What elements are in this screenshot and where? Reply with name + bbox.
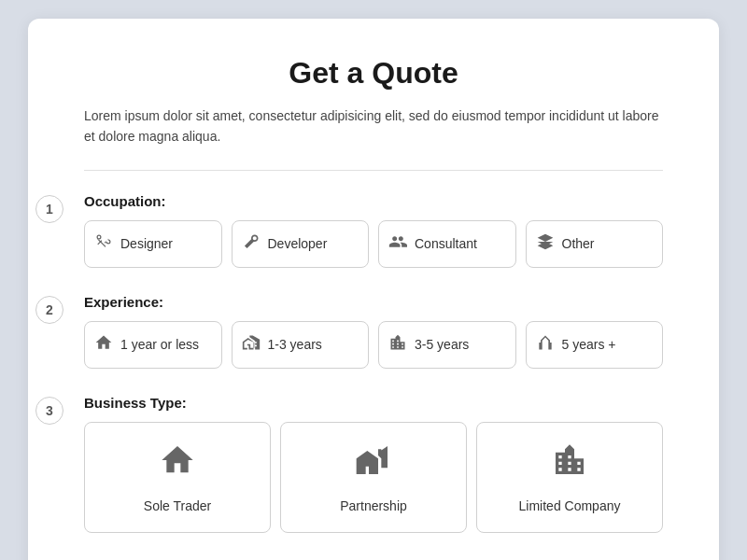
consultant-label: Consultant [415, 236, 477, 251]
other-label: Other [562, 236, 595, 251]
page-title: Get a Quote [84, 56, 663, 91]
section-experience: 2 Experience: 1 year or less 1-3 years [84, 294, 663, 369]
sole-trader-text: Sole Trader [144, 498, 211, 513]
partnership-text: Partnership [340, 498, 407, 513]
scissors-icon [94, 232, 113, 256]
house-icon-limited [551, 441, 588, 487]
experience-5years[interactable]: 5 years + [526, 321, 664, 369]
limited-company-text: Limited Company [519, 498, 621, 513]
occupation-designer[interactable]: Designer [84, 220, 222, 268]
experience-options: 1 year or less 1-3 years 3-5 years [84, 321, 663, 369]
experience-1year[interactable]: 1 year or less [84, 321, 222, 369]
experience-1-3years[interactable]: 1-3 years [232, 321, 370, 369]
step-number-2: 2 [35, 296, 63, 324]
3-5years-label: 3-5 years [415, 337, 469, 352]
occupation-options: Designer Developer Consultant [84, 220, 663, 268]
developer-label: Developer [268, 236, 328, 251]
wrench-icon [242, 232, 261, 256]
occupation-other[interactable]: Other [526, 220, 664, 268]
5years-label: 5 years + [562, 337, 616, 352]
building-large-icon [388, 333, 407, 357]
business-type-options: Sole Trader Partnership Limited Company [84, 422, 663, 533]
section-business-type: 3 Business Type: Sole Trader Partnership [84, 395, 663, 533]
1-3years-label: 1-3 years [268, 337, 322, 352]
designer-label: Designer [120, 236, 173, 251]
business-limited-company[interactable]: Limited Company [476, 422, 663, 533]
building-xlarge-icon [536, 333, 555, 357]
step-number-1: 1 [35, 195, 63, 223]
occupation-consultant[interactable]: Consultant [378, 220, 516, 268]
business-type-label: Business Type: [84, 395, 663, 411]
section-occupation: 1 Occupation: Designer Developer [84, 193, 663, 268]
house-icon-sole [159, 441, 196, 487]
layers-icon [536, 232, 555, 256]
building-small-icon [94, 333, 113, 357]
house-icon-partnership [355, 441, 392, 487]
building-medium-icon [242, 333, 261, 357]
users-icon [388, 232, 407, 256]
quote-card: Get a Quote Lorem ipsum dolor sit amet, … [28, 19, 719, 560]
business-sole-trader[interactable]: Sole Trader [84, 422, 271, 533]
1year-label: 1 year or less [120, 337, 199, 352]
occupation-label: Occupation: [84, 193, 663, 209]
business-partnership[interactable]: Partnership [280, 422, 467, 533]
experience-label: Experience: [84, 294, 663, 310]
occupation-developer[interactable]: Developer [232, 220, 370, 268]
step-number-3: 3 [35, 397, 63, 425]
experience-3-5years[interactable]: 3-5 years [378, 321, 516, 369]
page-description: Lorem ipsum dolor sit amet, consectetur … [84, 105, 663, 147]
divider [84, 170, 663, 171]
